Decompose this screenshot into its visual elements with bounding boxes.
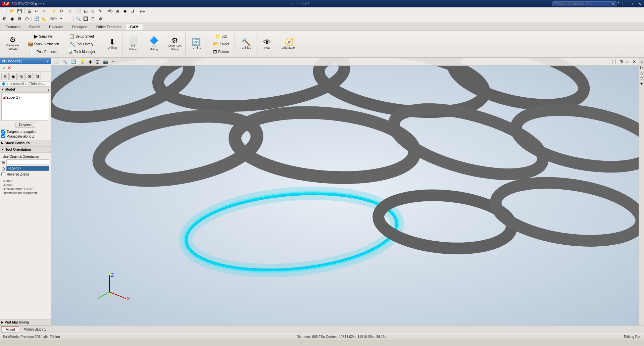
reverse-z-checkbox[interactable]: [1, 172, 5, 176]
search-submit-icon[interactable]: ▼: [611, 2, 615, 6]
tool-orientation-header[interactable]: ▼ Tool Orientation: [0, 146, 51, 153]
tab-dimxpert[interactable]: DimXpert: [68, 23, 92, 30]
tb2-btn6[interactable]: 📐: [41, 15, 47, 22]
post-process-btn[interactable]: 📄 Post Process: [28, 48, 58, 55]
folder-btn[interactable]: 📂 Folder: [211, 40, 231, 48]
2d-milling-btn[interactable]: ⬜ 2DMilling: [126, 36, 140, 52]
open-btn[interactable]: 📂: [9, 8, 15, 14]
tab-cam[interactable]: CAM: [126, 23, 143, 30]
close-btn[interactable]: ✕: [637, 2, 642, 6]
stock-simulation-btn[interactable]: 📦 Stock Simulation: [26, 40, 61, 48]
vp-split-btn[interactable]: ⊞: [618, 59, 624, 65]
vp-close-btn[interactable]: ✕: [631, 59, 637, 65]
tb2-view3[interactable]: ⊟: [90, 15, 96, 22]
filter-btn-2[interactable]: ◉: [9, 73, 17, 80]
zoom-in-btn[interactable]: +: [58, 15, 64, 22]
redo-btn[interactable]: ↪: [41, 8, 47, 14]
tb-btn9[interactable]: ⊡: [129, 8, 136, 14]
tb-btn6[interactable]: Ab: [107, 8, 113, 14]
propagate-checkbox[interactable]: [1, 134, 5, 138]
task-manager-btn[interactable]: 📊 Task Manager: [66, 48, 97, 55]
tb2-btn4[interactable]: ⬡: [23, 15, 30, 22]
tab-sketch[interactable]: Sketch: [24, 23, 45, 30]
help-btn[interactable]: ?: [616, 2, 621, 6]
vp-section-btn[interactable]: ◱: [94, 59, 101, 65]
tb2-btn3[interactable]: ⊠: [16, 15, 23, 22]
filter-btn-5[interactable]: ⊡: [34, 73, 41, 80]
tb2-btn2[interactable]: ◉: [9, 15, 15, 22]
tb-btn5[interactable]: ✎: [97, 8, 104, 14]
tb2-btn1[interactable]: ⊞: [1, 15, 8, 22]
tb2-btn5[interactable]: 🔄: [33, 15, 40, 22]
reverse-btn[interactable]: Reverse: [15, 122, 35, 128]
tb-btn4[interactable]: ⊕: [90, 8, 96, 14]
tb-btn7[interactable]: ⊞: [114, 8, 121, 14]
simulate-btn[interactable]: ▶ Simulate: [33, 33, 54, 40]
breadcrumb-item-1[interactable]: 🔷: [1, 82, 5, 86]
breadcrumb-item-3[interactable]: (Default<...: [29, 82, 45, 86]
rp-btn-2[interactable]: ▷: [639, 65, 644, 69]
orient-input-1[interactable]: [6, 159, 49, 164]
vp-more-btn[interactable]: ⋯: [110, 59, 117, 65]
feature-panel-help[interactable]: ?: [46, 59, 49, 63]
generate-toolpath-btn[interactable]: ⚙ GenerateToolpath: [5, 35, 21, 52]
vp-camera-btn[interactable]: 📷: [102, 59, 109, 65]
orient-input-2[interactable]: [6, 166, 49, 171]
model-box[interactable]: ◢ Edge<1>: [1, 94, 49, 121]
tab-motion-study[interactable]: Motion Study 1: [19, 327, 50, 332]
vp-zoom-btn[interactable]: 🔍: [61, 59, 69, 65]
tab-office-products[interactable]: Office Products: [92, 23, 126, 30]
rp-btn-4[interactable]: ▽: [639, 76, 644, 80]
rp-btn-3[interactable]: △: [639, 70, 644, 75]
print-btn[interactable]: 🖨: [26, 8, 33, 14]
tab-evaluate[interactable]: Evaluate: [45, 23, 68, 30]
job-btn[interactable]: 📁 Job: [213, 33, 229, 40]
vp-lights-btn[interactable]: 💡: [79, 59, 86, 65]
search-input[interactable]: [557, 2, 610, 6]
drilling-btn[interactable]: ⬇ Drilling: [105, 38, 119, 51]
reject-btn[interactable]: ✕: [7, 65, 11, 70]
more-tools[interactable]: ▶▶: [139, 9, 147, 13]
vp-view-btn[interactable]: ⬜: [52, 59, 60, 65]
3d-milling-btn[interactable]: 🔷 3DMilling: [147, 36, 160, 52]
breadcrumb-item-2[interactable]: cncmodel: [10, 82, 24, 86]
tb2-view4[interactable]: ⊕: [97, 15, 104, 22]
maximize-btn[interactable]: □: [631, 2, 635, 6]
save-btn[interactable]: 💾: [16, 8, 23, 14]
tb-btn8[interactable]: ◆: [121, 8, 128, 14]
tb-btn1[interactable]: □: [67, 8, 74, 14]
zoom-out-btn[interactable]: –: [65, 15, 72, 22]
undo-btn[interactable]: ↩: [33, 8, 40, 14]
rebuild-btn[interactable]: ⚡: [50, 8, 57, 14]
filter-btn-1[interactable]: ⊟: [1, 73, 9, 80]
viewport[interactable]: ⬜ 🔍 🔄 💡 ◉ ◱ 📷 ⋯ ⛶ ⊞ □ ✕: [51, 58, 639, 326]
tab-model[interactable]: Model: [1, 327, 19, 333]
filter-btn-4[interactable]: ⊠: [26, 73, 33, 80]
setup-sheet-btn[interactable]: 📋 Setup Sheet: [67, 33, 96, 40]
stock-contours-header[interactable]: ▶ Stock Contours: [0, 140, 51, 146]
view-btn[interactable]: 👁 View: [260, 38, 274, 51]
vp-display-btn[interactable]: ◉: [87, 59, 93, 65]
rp-btn-1[interactable]: ◁: [639, 59, 644, 64]
utilities-btn[interactable]: 🔨 Utilities: [240, 38, 253, 51]
filter-btn-3[interactable]: ◎: [17, 73, 25, 80]
part-machining-header[interactable]: ▶ Part Machining: [0, 319, 51, 326]
tb2-view2[interactable]: 🔲: [82, 15, 89, 22]
tb-btn3[interactable]: ◱: [82, 8, 89, 14]
tb2-view1[interactable]: 🔍: [75, 15, 82, 22]
multi-axis-btn[interactable]: ⚙ Multi-AxisMilling: [167, 36, 183, 52]
window-controls[interactable]: ? | – □ ✕: [616, 2, 642, 6]
tool-library-btn[interactable]: 🔧 Tool Library: [68, 40, 95, 48]
tangent-checkbox[interactable]: [1, 130, 5, 134]
tb-btn2[interactable]: ⬜: [75, 8, 82, 14]
new-btn[interactable]: 📄: [1, 8, 8, 14]
turning-btn[interactable]: 🔄 Turning: [189, 38, 203, 51]
accept-btn[interactable]: ✓: [2, 65, 6, 70]
vp-rotate-btn[interactable]: 🔄: [70, 59, 78, 65]
rp-btn-5[interactable]: ◈: [639, 81, 644, 86]
pattern-btn[interactable]: ⊞ Pattern: [211, 48, 231, 55]
orientation-btn[interactable]: 🧭 Orientation: [280, 38, 298, 51]
options-btn[interactable]: ⚙: [58, 8, 64, 14]
vp-fullscreen-btn[interactable]: ⛶: [610, 59, 617, 65]
minimize-btn[interactable]: –: [625, 2, 629, 6]
